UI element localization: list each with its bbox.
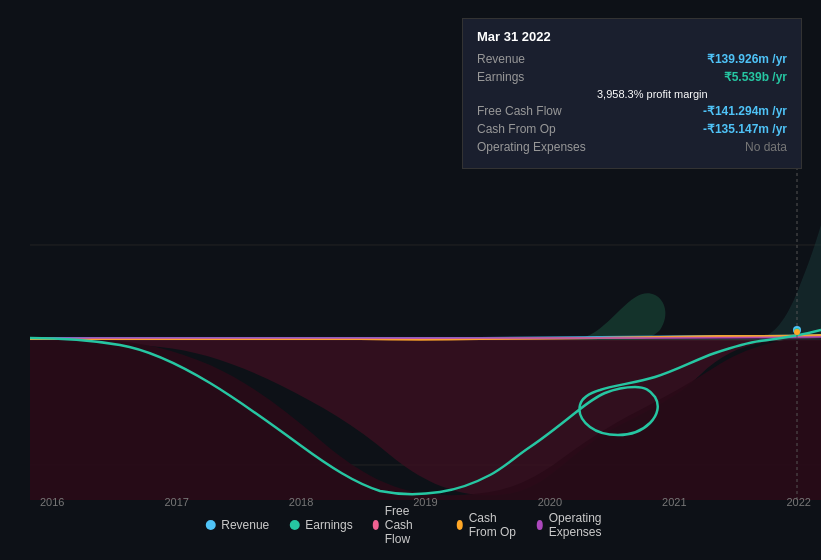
legend-dot-fcf bbox=[373, 520, 379, 530]
earnings-value: ₹5.539b /yr bbox=[724, 70, 787, 84]
cashfromop-row: Cash From Op -₹135.147m /yr bbox=[477, 122, 787, 136]
cashfromop-value: -₹135.147m /yr bbox=[703, 122, 787, 136]
opex-value: No data bbox=[745, 140, 787, 154]
legend-label-revenue: Revenue bbox=[221, 518, 269, 532]
info-tooltip: Mar 31 2022 Revenue ₹139.926m /yr Earnin… bbox=[462, 18, 802, 169]
legend-dot-earnings bbox=[289, 520, 299, 530]
legend-dot-opex bbox=[537, 520, 543, 530]
tooltip-title: Mar 31 2022 bbox=[477, 29, 787, 44]
legend-label-cashfromop: Cash From Op bbox=[469, 511, 517, 539]
revenue-value: ₹139.926m /yr bbox=[707, 52, 787, 66]
cashfromop-label: Cash From Op bbox=[477, 122, 597, 136]
opex-label: Operating Expenses bbox=[477, 140, 597, 154]
earnings-label: Earnings bbox=[477, 70, 597, 84]
legend-dot-cashfromop bbox=[457, 520, 463, 530]
revenue-row: Revenue ₹139.926m /yr bbox=[477, 52, 787, 66]
legend-opex: Operating Expenses bbox=[537, 511, 616, 539]
profit-margin: 3,958.3% profit margin bbox=[597, 88, 787, 100]
revenue-label: Revenue bbox=[477, 52, 597, 66]
fcf-row: Free Cash Flow -₹141.294m /yr bbox=[477, 104, 787, 118]
earnings-row: Earnings ₹5.539b /yr bbox=[477, 70, 787, 84]
chart-legend: Revenue Earnings Free Cash Flow Cash Fro… bbox=[205, 504, 616, 546]
x-label-2016: 2016 bbox=[40, 496, 64, 508]
legend-cashfromop: Cash From Op bbox=[457, 511, 517, 539]
x-label-2022: 2022 bbox=[786, 496, 810, 508]
legend-label-fcf: Free Cash Flow bbox=[385, 504, 437, 546]
legend-label-opex: Operating Expenses bbox=[549, 511, 616, 539]
opex-row: Operating Expenses No data bbox=[477, 140, 787, 154]
legend-fcf: Free Cash Flow bbox=[373, 504, 437, 546]
legend-label-earnings: Earnings bbox=[305, 518, 352, 532]
legend-earnings: Earnings bbox=[289, 518, 352, 532]
fcf-label: Free Cash Flow bbox=[477, 104, 597, 118]
chart-area bbox=[0, 155, 821, 500]
legend-revenue: Revenue bbox=[205, 518, 269, 532]
chart-svg bbox=[0, 155, 821, 500]
svg-point-9 bbox=[794, 329, 800, 335]
x-label-2017: 2017 bbox=[164, 496, 188, 508]
legend-dot-revenue bbox=[205, 520, 215, 530]
fcf-value: -₹141.294m /yr bbox=[703, 104, 787, 118]
x-label-2021: 2021 bbox=[662, 496, 686, 508]
